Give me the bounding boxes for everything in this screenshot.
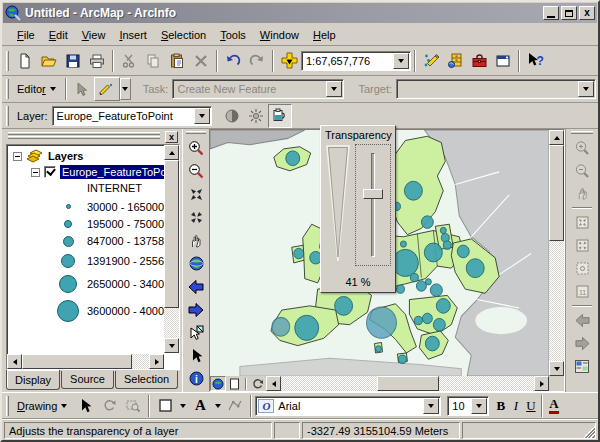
scrollbar-track[interactable] xyxy=(549,241,564,361)
fixed-zoom-in-tool[interactable] xyxy=(184,183,208,206)
close-button[interactable]: x xyxy=(579,6,595,20)
zoom-to-selected-button[interactable] xyxy=(121,394,145,418)
legend-item[interactable]: 847000 - 137580 xyxy=(13,232,179,250)
toolbar-grip[interactable] xyxy=(571,131,593,134)
layout-back-extent-tool[interactable] xyxy=(570,309,594,332)
toc-close-button[interactable]: x xyxy=(165,131,178,143)
arccatalog-button[interactable] xyxy=(443,49,467,73)
task-combobox[interactable]: Create New Feature xyxy=(172,79,344,99)
scrollbar-track[interactable] xyxy=(132,354,149,369)
scroll-up-button[interactable] xyxy=(549,130,564,145)
menu-help[interactable]: Help xyxy=(306,27,343,43)
redo-button[interactable] xyxy=(245,49,269,73)
slider-thumb[interactable] xyxy=(363,189,383,199)
menu-selection[interactable]: Selection xyxy=(154,27,213,43)
undo-button[interactable] xyxy=(221,49,245,73)
fixed-zoom-in-page-tool[interactable] xyxy=(570,257,594,280)
select-elements-button[interactable] xyxy=(73,394,97,418)
legend-item[interactable]: 3600000 - 40000 xyxy=(13,296,179,325)
scroll-right-button[interactable] xyxy=(149,354,164,369)
scrollbar-thumb[interactable] xyxy=(164,160,179,308)
paste-button[interactable] xyxy=(165,49,189,73)
legend-item[interactable]: 30000 - 165000 xyxy=(13,198,179,215)
go-back-extent-tool[interactable] xyxy=(184,275,208,298)
copy-button[interactable] xyxy=(141,49,165,73)
fixed-zoom-out-page-tool[interactable]: 11 xyxy=(570,280,594,303)
task-dropdown-button[interactable] xyxy=(326,81,342,97)
text-tool-button[interactable]: A xyxy=(188,394,212,418)
toc-vertical-scrollbar[interactable] xyxy=(164,145,179,353)
go-forward-extent-tool[interactable] xyxy=(184,298,208,321)
toc-tree[interactable]: Layers Europe_FeatureToPo INTERNET 30000… xyxy=(7,145,179,369)
legend-item[interactable]: 2650000 - 34000 xyxy=(13,271,179,296)
scrollbar-thumb[interactable] xyxy=(22,354,132,369)
edit-vertices-button[interactable] xyxy=(223,394,247,418)
font-color-button[interactable]: A xyxy=(546,394,561,418)
brightness-button[interactable] xyxy=(244,104,268,128)
layer-combobox[interactable]: Europe_FeatureToPoint xyxy=(52,106,212,126)
select-features-tool[interactable] xyxy=(184,321,208,344)
tab-selection[interactable]: Selection xyxy=(115,371,178,389)
menu-view[interactable]: View xyxy=(75,27,113,43)
shape-tool-button[interactable] xyxy=(153,394,177,418)
command-window-button[interactable] xyxy=(491,49,515,73)
font-size-dropdown-button[interactable] xyxy=(471,398,487,414)
target-combobox[interactable] xyxy=(396,79,596,99)
tab-display[interactable]: Display xyxy=(6,370,60,390)
editor-menu-button[interactable]: Editor xyxy=(13,83,50,95)
scrollbar-track[interactable] xyxy=(164,308,179,338)
layer-dropdown-button[interactable] xyxy=(194,108,210,124)
add-data-button[interactable] xyxy=(277,49,301,73)
scroll-left-button[interactable] xyxy=(7,354,22,369)
menu-file[interactable]: File xyxy=(10,27,42,43)
layout-forward-extent-tool[interactable] xyxy=(570,332,594,355)
menu-window[interactable]: Window xyxy=(253,27,306,43)
zoom-out-tool[interactable] xyxy=(184,160,208,183)
scroll-down-button[interactable] xyxy=(549,361,564,376)
editor-toolbar-button[interactable] xyxy=(419,49,443,73)
arctoolbox-button[interactable] xyxy=(467,49,491,73)
transparency-button[interactable] xyxy=(268,104,292,128)
map-scale-dropdown-button[interactable] xyxy=(393,53,409,69)
drawing-menu-button[interactable]: Drawing xyxy=(13,400,61,412)
edit-tool-button[interactable] xyxy=(70,77,94,101)
minimize-button[interactable] xyxy=(543,6,559,20)
toolbar-grip[interactable] xyxy=(6,51,9,71)
title-bar[interactable]: Untitled - ArcMap - ArcInfo x xyxy=(3,3,597,23)
sketch-tool-button[interactable] xyxy=(94,77,120,101)
identify-tool[interactable]: i xyxy=(184,367,208,390)
new-map-button[interactable] xyxy=(13,49,37,73)
select-elements-tool[interactable] xyxy=(184,344,208,367)
italic-button[interactable]: I xyxy=(508,394,523,418)
toolbar-grip[interactable] xyxy=(6,396,9,416)
shape-tool-dropdown[interactable] xyxy=(177,395,188,417)
text-tool-dropdown[interactable] xyxy=(212,395,223,417)
toc-grip[interactable]: x xyxy=(8,132,178,142)
toolbar-grip[interactable] xyxy=(6,106,9,126)
save-button[interactable] xyxy=(61,49,85,73)
layout-zoom-in-tool[interactable] xyxy=(570,136,594,159)
legend-item[interactable]: 195000 - 750000 xyxy=(13,215,179,232)
scroll-down-button[interactable] xyxy=(164,338,179,353)
scrollbar-track[interactable] xyxy=(281,376,377,391)
scroll-right-button[interactable] xyxy=(534,376,549,391)
sketch-tool-dropdown[interactable] xyxy=(120,78,131,100)
full-extent-tool[interactable] xyxy=(184,252,208,275)
toc-layer-row[interactable]: Europe_FeatureToPo xyxy=(13,165,179,179)
whats-this-help-button[interactable]: ? xyxy=(523,49,547,73)
toc-horizontal-scrollbar[interactable] xyxy=(7,354,164,369)
collapse-minus-icon[interactable] xyxy=(31,168,40,177)
maximize-button[interactable] xyxy=(561,6,577,20)
scroll-left-button[interactable] xyxy=(266,376,281,391)
collapse-minus-icon[interactable] xyxy=(13,152,22,161)
fixed-zoom-out-tool[interactable] xyxy=(184,206,208,229)
map-scale-combobox[interactable]: 1:67,657,776 xyxy=(301,51,411,71)
zoom-100-tool[interactable] xyxy=(570,234,594,257)
font-combobox[interactable]: O Arial xyxy=(255,396,441,416)
bold-button[interactable]: B xyxy=(493,394,508,418)
font-size-combobox[interactable]: 10 xyxy=(447,396,489,416)
map-vertical-scrollbar[interactable] xyxy=(549,130,564,376)
menu-insert[interactable]: Insert xyxy=(112,27,154,43)
menu-edit[interactable]: Edit xyxy=(42,27,75,43)
contrast-button[interactable] xyxy=(220,104,244,128)
